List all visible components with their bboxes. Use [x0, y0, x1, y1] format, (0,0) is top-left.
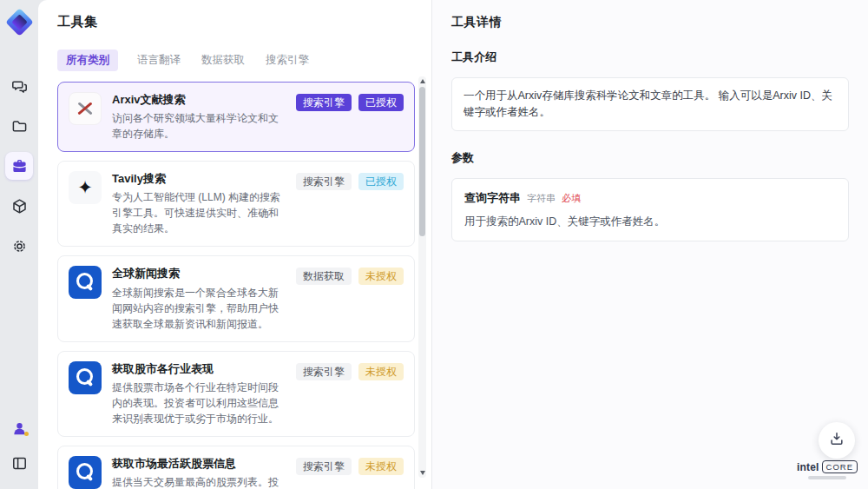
- tool-card[interactable]: 获取股市各行业表现 提供股票市场各个行业在特定时间段内的表现。投资者可以利用这些…: [57, 351, 415, 437]
- tool-name: 全球新闻搜索: [112, 266, 280, 281]
- main-surface: 工具集 所有类别语言翻译数据获取搜索引擎 Arxiv文献搜索 访问各个研究领域大…: [38, 0, 868, 489]
- parameter-card: 查询字符串 字符串 必填 用于搜索的Arxiv ID、关键字或作者姓名。: [451, 178, 849, 242]
- category-badge: 搜索引擎: [296, 173, 352, 190]
- tool-card[interactable]: Arxiv文献搜索 访问各个研究领域大量科学论文和文章的存储库。 搜索引擎 已授…: [57, 82, 415, 152]
- intel-brand-text: intel: [797, 461, 819, 473]
- auth-status-badge: 未授权: [358, 363, 404, 380]
- params-heading: 参数: [451, 150, 849, 166]
- sidebar-item-settings[interactable]: [5, 232, 33, 260]
- tool-name: 获取市场最活跃股票信息: [112, 456, 280, 472]
- detail-title: 工具详情: [451, 15, 849, 30]
- sidebar-item-user[interactable]: [5, 414, 33, 442]
- download-button[interactable]: [819, 422, 855, 459]
- tool-icon: [69, 266, 102, 299]
- briefcase-icon: [11, 158, 28, 175]
- cube-icon: [11, 198, 28, 215]
- parameter-name: 查询字符串: [464, 190, 521, 206]
- auth-status-badge: 未授权: [358, 268, 404, 285]
- sidebar-item-toolbox[interactable]: [5, 152, 33, 180]
- tool-name: 获取股市各行业表现: [112, 361, 280, 377]
- sidebar-item-chat[interactable]: [5, 72, 33, 100]
- chat-bubbles-icon: [11, 78, 28, 95]
- tool-description: 访问各个研究领域大量科学论文和文章的存储库。: [112, 110, 280, 142]
- panel-toggle-icon: [11, 455, 28, 472]
- parameter-type: 字符串: [527, 192, 556, 205]
- auth-status-badge: 已授权: [358, 173, 404, 190]
- tool-icon: [69, 92, 102, 125]
- intro-text: 一个用于从Arxiv存储库搜索科学论文和文章的工具。 输入可以是Arxiv ID…: [451, 77, 849, 131]
- scroll-down-arrow-icon[interactable]: [420, 471, 425, 475]
- tool-list: Arxiv文献搜索 访问各个研究领域大量科学论文和文章的存储库。 搜索引擎 已授…: [57, 82, 415, 489]
- tool-description: 专为人工智能代理 (LLM) 构建的搜索引擎工具。可快速提供实时、准确和真实的结…: [112, 189, 280, 236]
- list-scrollbar[interactable]: [418, 76, 426, 478]
- parameter-description: 用于搜索的Arxiv ID、关键字或作者姓名。: [464, 214, 836, 230]
- category-badge: 搜索引擎: [296, 458, 352, 475]
- tool-list-pane: 工具集 所有类别语言翻译数据获取搜索引擎 Arxiv文献搜索 访问各个研究领域大…: [38, 0, 431, 489]
- tool-card[interactable]: 全球新闻搜索 全球新闻搜索是一个聚合全球各大新闻网站内容的搜索引擎，帮助用户快速…: [57, 255, 415, 341]
- category-tab[interactable]: 所有类别: [57, 50, 118, 71]
- category-badge: 搜索引擎: [296, 363, 352, 380]
- tool-icon: [69, 456, 102, 489]
- intro-heading: 工具介绍: [451, 50, 849, 65]
- tool-icon: [69, 361, 102, 394]
- tool-icon: [69, 171, 102, 204]
- left-rail: [0, 0, 38, 489]
- category-badge: 搜索引擎: [296, 94, 352, 111]
- chip-subtext-blur: [808, 476, 846, 479]
- sidebar-item-models[interactable]: [5, 192, 33, 220]
- tool-card[interactable]: 获取市场最活跃股票信息 提供当天交易量最高的股票列表。投资者可以利用这些信息来识…: [57, 446, 415, 489]
- parameter-required-badge: 必填: [562, 192, 581, 205]
- category-badge: 数据获取: [296, 268, 352, 285]
- sidebar-item-files[interactable]: [5, 112, 33, 140]
- auth-status-badge: 已授权: [358, 94, 404, 111]
- scroll-up-arrow-icon[interactable]: [420, 79, 425, 83]
- user-icon: [11, 420, 28, 437]
- category-tab[interactable]: 搜索引擎: [264, 50, 311, 71]
- category-tabs: 所有类别语言翻译数据获取搜索引擎: [57, 50, 431, 71]
- app-logo-icon[interactable]: [8, 10, 31, 34]
- sidebar-item-collapse[interactable]: [5, 449, 33, 477]
- tool-detail-pane: 工具详情 工具介绍 一个用于从Arxiv存储库搜索科学论文和文章的工具。 输入可…: [431, 0, 868, 489]
- page-title: 工具集: [57, 14, 431, 30]
- tool-description: 提供当天交易量最高的股票列表。投资者可以利用这些信息来识别流动性强的股票和潜在的…: [112, 474, 280, 489]
- auth-status-badge: 未授权: [358, 458, 404, 475]
- tool-card[interactable]: Tavily搜索 专为人工智能代理 (LLM) 构建的搜索引擎工具。可快速提供实…: [57, 161, 415, 247]
- gear-icon: [11, 238, 28, 254]
- intel-core-badge: intel CORE: [797, 460, 858, 479]
- category-tab[interactable]: 语言翻译: [135, 50, 182, 71]
- tool-name: Arxiv文献搜索: [112, 92, 280, 108]
- tool-description: 全球新闻搜索是一个聚合全球各大新闻网站内容的搜索引擎，帮助用户快速获取全球最新资…: [112, 285, 280, 332]
- tool-name: Tavily搜索: [112, 171, 280, 187]
- folder-icon: [11, 118, 28, 135]
- tool-description: 提供股票市场各个行业在特定时间段内的表现。投资者可以利用这些信息来识别表现优于或…: [112, 380, 280, 426]
- app-window: 工具集 所有类别语言翻译数据获取搜索引擎 Arxiv文献搜索 访问各个研究领域大…: [0, 0, 868, 489]
- scrollbar-thumb[interactable]: [419, 87, 425, 236]
- core-brand-text: CORE: [822, 460, 858, 473]
- category-tab[interactable]: 数据获取: [200, 50, 247, 71]
- download-icon: [828, 430, 845, 451]
